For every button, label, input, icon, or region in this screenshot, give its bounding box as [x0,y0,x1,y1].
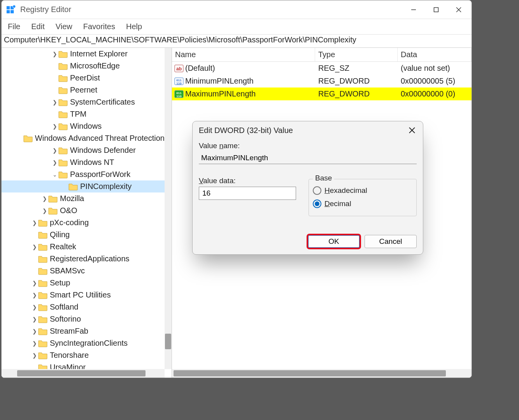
tree-item[interactable]: PeerDist [2,72,165,84]
registry-editor-window: Registry Editor File Edit View Favorites… [1,0,472,378]
col-type[interactable]: Type [315,48,398,61]
tree-item-label: SBAMSvc [50,266,85,275]
cancel-button[interactable]: Cancel [365,235,417,248]
close-button[interactable] [447,1,470,19]
radio-decimal[interactable]: Decimal [313,197,412,210]
tree-item[interactable]: ❯O&O [2,205,165,217]
app-icon [6,5,16,14]
list-header[interactable]: Name Type Data [172,48,472,62]
folder-icon [38,231,47,239]
value-name: (Default) [185,64,215,73]
tree-item-label: PINComplexity [80,182,132,191]
maximize-button[interactable] [425,1,447,19]
tree-item[interactable]: ❯Smart PC Utilities [2,289,165,301]
value-type: REG_DWORD [315,89,398,98]
tree-item[interactable]: TPM [2,108,165,120]
tree-item[interactable]: RegisteredApplications [2,253,165,265]
tree-item[interactable]: PINComplexity [2,180,165,192]
svg-rect-6 [434,7,438,12]
list-horizontal-scrollbar[interactable] [172,369,472,378]
menu-file[interactable]: File [8,22,20,31]
titlebar[interactable]: Registry Editor [2,0,472,19]
tree-item-label: Windows Defender [70,146,136,155]
folder-icon [58,50,68,58]
tree-vertical-scrollbar[interactable] [165,48,172,369]
tree-item-label: Mozilla [60,194,84,203]
tree-item[interactable]: Qiling [2,229,165,241]
tree-item[interactable]: ❯Softland [2,301,165,313]
value-name: MinimumPINLength [185,77,254,86]
svg-text:ab: ab [176,66,182,72]
tree-item[interactable]: ❯Tenorshare [2,349,165,361]
folder-icon [38,279,47,287]
edit-dword-dialog: Edit DWORD (32-bit) Value Value name: Va… [192,121,423,255]
dialog-close-button[interactable] [403,122,421,138]
values-list[interactable]: ab(Default)REG_SZ(value not set)011110Mi… [172,62,472,100]
tree-view[interactable]: ❯Internet ExplorerMicrosoftEdgePeerDistP… [2,48,165,369]
folder-icon [23,135,33,142]
value-type: REG_SZ [315,64,398,73]
folder-icon [68,183,78,191]
tree-horizontal-scrollbar[interactable] [2,369,165,378]
value-row[interactable]: 011110MinimumPINLengthREG_DWORD0x0000000… [172,75,472,88]
radio-hexadecimal[interactable]: Hexadecimal [313,184,412,197]
folder-icon [48,195,58,203]
tree-item[interactable]: ❯StreamFab [2,325,165,337]
svg-rect-3 [11,10,14,13]
tree-item-label: Setup [50,278,70,287]
base-group: Base Hexadecimal Decimal [309,179,417,216]
col-data[interactable]: Data [398,48,472,61]
tree-item[interactable]: Peernet [2,84,165,96]
col-name[interactable]: Name [172,48,315,61]
tree-item-label: SystemCertificates [70,98,135,107]
folder-icon [58,62,68,70]
value-data: (value not set) [398,64,472,73]
folder-icon [58,110,68,118]
menu-favorites[interactable]: Favorites [83,22,115,31]
tree-item[interactable]: SBAMSvc [2,265,165,277]
minimize-button[interactable] [402,1,425,19]
tree-item[interactable]: ❯Windows Defender [2,144,165,156]
tree-item[interactable]: ❯Realtek [2,241,165,253]
tree-item-label: O&O [60,206,77,215]
tree-item[interactable]: ❯Windows NT [2,156,165,168]
folder-icon [58,86,68,94]
tree-item-label: MicrosoftEdge [70,61,120,70]
svg-text:110: 110 [176,94,182,98]
base-legend: Base [313,174,334,182]
tree-item[interactable]: MicrosoftEdge [2,60,165,72]
menu-view[interactable]: View [56,22,72,31]
tree-item[interactable]: ❯pXc-coding [2,217,165,229]
svg-text:110: 110 [176,82,182,85]
value-data: 0x00000005 (5) [398,77,472,86]
folder-icon [38,255,47,263]
tree-item[interactable]: ❯Mozilla [2,192,165,205]
dialog-titlebar[interactable]: Edit DWORD (32-bit) Value [193,121,423,139]
tree-item[interactable]: ⌄PassportForWork [2,168,165,180]
menu-edit[interactable]: Edit [31,22,44,31]
tree-item-label: PassportForWork [70,170,130,179]
value-row[interactable]: ab(Default)REG_SZ(value not set) [172,62,472,75]
tree-item[interactable]: Windows Advanced Threat Protection [2,132,165,144]
value-name: MaximumPINLength [185,89,256,98]
value-row[interactable]: 011110MaximumPINLengthREG_DWORD0x0000000… [172,88,472,100]
folder-icon [38,364,47,369]
tree-item[interactable]: UrsaMinor [2,361,165,369]
value-data-input[interactable] [199,187,296,200]
folder-icon [38,243,47,251]
tree-item[interactable]: ❯Setup [2,277,165,289]
tree-item[interactable]: ❯Softorino [2,313,165,325]
address-bar[interactable]: Computer\HKEY_LOCAL_MACHINE\SOFTWARE\Pol… [2,35,472,48]
menu-help[interactable]: Help [126,22,142,31]
value-name-input[interactable] [199,152,417,164]
tree-item[interactable]: ❯Internet Explorer [2,48,165,60]
ok-button[interactable]: OK [308,235,360,248]
folder-icon [38,352,47,359]
tree-item[interactable]: ❯SystemCertificates [2,96,165,108]
folder-icon [58,159,68,166]
value-data: 0x00000000 (0) [398,89,472,98]
tree-item[interactable]: ❯SyncIntegrationClients [2,337,165,349]
tree-item-label: UrsaMinor [50,363,86,369]
window-controls [402,1,470,19]
tree-item[interactable]: ❯Windows [2,120,165,132]
